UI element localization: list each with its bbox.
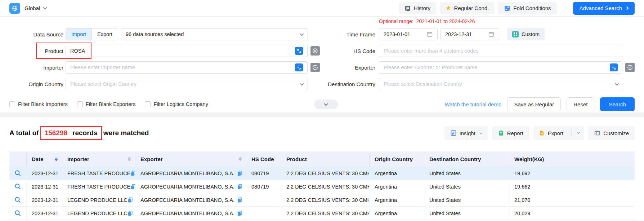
fold-conditions-button[interactable]: Fold Conditions: [498, 2, 556, 14]
product-label: Product: [9, 48, 63, 54]
insight-button[interactable]: Insight: [444, 126, 488, 140]
results-total-text: A total of 156298 records were matched: [9, 126, 149, 140]
calendar-icon: [426, 31, 433, 37]
checkbox-icon: [9, 101, 15, 107]
copy-icon[interactable]: [130, 171, 135, 176]
globe-icon[interactable]: [9, 3, 20, 14]
results-header: A total of 156298 records were matched I…: [9, 124, 635, 142]
chevron-down-icon: [324, 102, 328, 106]
header-importer[interactable]: Importer: [62, 151, 135, 167]
header-exporter[interactable]: Exporter: [135, 151, 246, 167]
origin-country-label: Origin Country: [9, 81, 63, 87]
product-input[interactable]: [70, 48, 295, 54]
sort-desc-icon: [55, 159, 58, 161]
end-date-input[interactable]: 2023-12-31: [440, 28, 499, 40]
header-weight-kg: Weight(KG): [509, 151, 635, 167]
header-weight-kg-label: Weight(KG): [514, 156, 544, 162]
reset-button[interactable]: Reset: [567, 97, 594, 111]
table-body: 2023-12-31 FRESH TASTE PRODUCE AGROPECUA…: [9, 167, 635, 220]
data-sources-select[interactable]: 96 data sources selected: [121, 28, 308, 40]
data-sources-selected-value: 96 data sources selected: [126, 31, 184, 37]
table-row[interactable]: 2023-12-31 FRESH TASTE PRODUCE AGROPECUA…: [9, 180, 635, 193]
filter-blank-exporters-checkbox[interactable]: Filter Blank Exporters: [77, 101, 136, 107]
time-frame-label: Time Frame: [319, 31, 375, 37]
export-main-button[interactable]: Export: [533, 126, 568, 140]
copy-icon[interactable]: [237, 171, 242, 176]
importer-input[interactable]: [70, 65, 295, 70]
svg-text:A: A: [299, 67, 301, 70]
destination-country-select[interactable]: Please select Destination Country: [379, 78, 623, 90]
exporter-input[interactable]: [384, 65, 610, 70]
origin-country-select[interactable]: Please select Origin Country: [66, 78, 308, 90]
header-date[interactable]: Date: [27, 151, 62, 167]
translate-icon[interactable]: A: [610, 63, 618, 71]
filter-blank-importers-checkbox[interactable]: Filter Blank Importers: [9, 101, 68, 107]
region-selector-label[interactable]: Global: [24, 5, 40, 11]
history-button[interactable]: History: [399, 2, 437, 14]
copy-icon[interactable]: [237, 197, 242, 203]
table-row[interactable]: 2023-12-31 FRESH TASTE PRODUCE AGROPECUA…: [9, 167, 635, 180]
exporter-input-wrap: A: [379, 61, 622, 74]
row-detail-search-icon[interactable]: [14, 170, 21, 177]
advanced-search-button[interactable]: Advanced Search: [573, 2, 635, 15]
copy-icon[interactable]: [128, 211, 133, 216]
table-row[interactable]: 2023-12-31 LEGEND PRODUCE LLC AGROPECUAR…: [9, 207, 635, 220]
cell-product: 2.2 DEG CELSIUS VENTS: 30 CMH OP: [281, 207, 370, 220]
copy-icon[interactable]: [237, 211, 242, 216]
header-hs-code: HS Code: [246, 151, 281, 167]
copy-icon[interactable]: [128, 197, 133, 203]
copy-icon[interactable]: [130, 184, 135, 190]
cell-exporter: AGROPECUARIA MONTELIBANO, S.A.: [135, 207, 246, 220]
end-date-value: 2023-12-31: [445, 31, 472, 37]
exporter-name: AGROPECUARIA MONTELIBANO, S.A.: [140, 197, 234, 203]
start-date-input[interactable]: 2023-01-01: [379, 28, 438, 40]
filter-logistics-company-checkbox[interactable]: Filter Logitics Company: [145, 101, 208, 107]
import-export-toggle: Import Export: [66, 28, 118, 40]
import-toggle[interactable]: Import: [66, 28, 91, 40]
importer-name: LEGEND PRODUCE LLC: [67, 211, 128, 216]
dedupe-search-icon[interactable]: [310, 46, 320, 56]
report-button[interactable]: Report: [492, 126, 529, 140]
optional-range-label: Optional range:: [379, 18, 413, 24]
export-button: Export: [533, 126, 584, 140]
chevron-down-icon: [615, 81, 619, 85]
table-row[interactable]: 2023-12-31 LEGEND PRODUCE LLC AGROPECUAR…: [9, 193, 635, 207]
row-detail-search-icon[interactable]: [14, 183, 21, 190]
translate-icon[interactable]: A: [295, 63, 303, 71]
filter-blank-exporters-label: Filter Blank Exporters: [86, 101, 136, 107]
regular-cond-button[interactable]: ★ Regular Cond.: [440, 2, 495, 14]
cell-weight: 20,029: [509, 207, 635, 220]
export-dropdown-button[interactable]: [571, 129, 584, 137]
row-detail-search-icon[interactable]: [14, 196, 21, 203]
region-chevron-down-icon[interactable]: [43, 5, 47, 9]
star-icon: ★: [446, 5, 451, 11]
sort-date-control[interactable]: [55, 157, 58, 161]
checkbox-icon: [77, 101, 83, 107]
filter-logistics-company-label: Filter Logitics Company: [153, 101, 208, 107]
export-label: Export: [548, 130, 563, 136]
translate-icon[interactable]: A: [295, 47, 303, 55]
cell-origin: Argentina: [370, 193, 424, 207]
export-icon: [538, 130, 545, 136]
row-detail-search-icon[interactable]: [14, 210, 21, 217]
save-as-regular-button[interactable]: Save as Regular: [507, 97, 561, 111]
header-destination-country-label: Destination Country: [429, 156, 481, 162]
hs-code-input[interactable]: [384, 48, 618, 54]
chevron-down-icon: [300, 32, 304, 36]
hs-code-input-wrap: [379, 45, 623, 57]
cell-exporter: AGROPECUARIA MONTELIBANO, S.A.: [135, 180, 246, 193]
product-row: Product A: [9, 45, 320, 57]
sort-exporter-control[interactable]: [239, 157, 242, 161]
header-origin-country-label: Origin Country: [375, 156, 413, 162]
export-toggle[interactable]: Export: [91, 28, 118, 40]
search-button[interactable]: Search: [600, 97, 635, 111]
dedupe-search-icon[interactable]: [625, 63, 635, 72]
copy-icon[interactable]: [237, 184, 242, 190]
sort-importer-control[interactable]: [128, 157, 131, 161]
total-suffix: were matched: [103, 129, 149, 137]
dedupe-search-icon[interactable]: [310, 63, 320, 72]
collapse-conditions-pill[interactable]: [314, 100, 338, 109]
custom-range-button[interactable]: Custom: [507, 28, 545, 40]
customize-button[interactable]: Customize: [588, 126, 635, 140]
tutorial-demo-link[interactable]: Watch the tutorial demo: [445, 101, 502, 107]
